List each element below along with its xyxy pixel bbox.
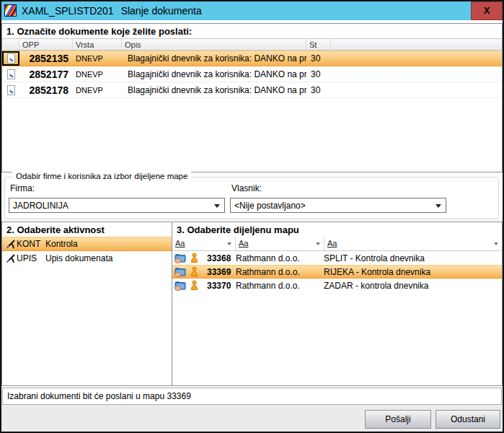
activity-icon [4,253,17,264]
cell-st: 30 [306,85,331,95]
cell-vrsta: DNEVP [73,54,122,63]
map-description: ZADAR - kontrola dnevnika [324,281,502,291]
firma-combobox[interactable]: JADROLINIJA [9,198,225,213]
map-id: 33370 [207,281,236,291]
firma-label: Firma: [10,183,35,193]
cancel-button[interactable]: Odustani [436,410,500,429]
cell-opp: 2852178 [19,84,73,96]
table-row[interactable]: 2852135 DNEVP Blagajnički dnevnik za kor… [2,51,502,66]
activity-icon [4,239,17,250]
document-icon [7,69,15,79]
cell-vrsta: DNEVP [73,70,122,79]
cell-opp: 2852177 [19,69,73,80]
title-bar[interactable]: XAML_SPLISTD201Slanje dokumenta X [1,1,503,20]
filter-cell[interactable]: Aa [324,237,502,250]
button-bar: Pošalji Odustani [1,405,503,432]
cell-opis: Blagajnički dnevnik za korisnika: DANKO … [122,85,306,95]
filter-cell[interactable]: Aa [236,237,324,250]
cell-st: 30 [306,69,331,79]
chevron-down-icon [436,204,441,208]
map-firm: Rathmann d.o.o. [236,281,324,291]
activity-code: KONT [17,239,45,249]
dialog-window: XAML_SPLISTD201Slanje dokumenta X 1. Ozn… [0,0,504,433]
section2-heading: 2. Odaberite aktivnost [2,222,172,237]
documents-panel: 1. Označite dokumente koje želite poslat… [1,23,503,172]
cell-opis: Blagajnički dnevnik za korisnika: DANKO … [122,69,306,79]
column-header-opis[interactable]: Opis [122,39,306,50]
person-icon [190,266,201,277]
filter-aa-label: Aa [327,239,337,248]
document-icon [7,85,15,95]
filter-aa-label: Aa [175,239,185,248]
column-header-st[interactable]: St [306,39,331,50]
row-icon-cell[interactable] [2,82,19,97]
shared-folder-icon [174,266,186,277]
map-firm: Rathmann d.o.o. [236,253,324,263]
chevron-down-icon[interactable] [494,242,498,245]
shared-folder-icon [174,280,186,291]
map-description: RIJEKA - Kontrola dnevnika [324,267,502,277]
person-icon [190,253,201,263]
map-id: 33368 [207,253,236,263]
firma-value: JADROLINIJA [13,200,210,211]
window-title: XAML_SPLISTD201Slanje dokumenta [22,1,202,20]
activity-panel: 2. Odaberite aktivnost KONT Kontrola UPI… [1,222,172,386]
vlasnik-label: Vlasnik: [231,183,262,193]
column-header-opp[interactable]: OPP [19,39,73,50]
activity-label: Upis dokumenata [45,253,112,263]
table-row[interactable]: 33370 Rathmann d.o.o. ZADAR - kontrola d… [172,279,502,292]
groupbox-legend: Odabir firme i korisnika za izbor dijelj… [12,172,191,180]
shared-folder-icon [174,253,186,263]
vlasnik-combobox[interactable]: <Nije postavljano> [230,198,446,213]
activity-code: UPIS [17,253,45,263]
map-id: 33369 [207,267,236,277]
filter-cell[interactable]: Aa [172,237,236,250]
column-header-filler [331,39,502,50]
section1-heading: 1. Označite dokumente koje želite poslat… [2,24,502,38]
cell-st: 30 [306,53,331,64]
table-row[interactable]: 33369 Rathmann d.o.o. RIJEKA - Kontrola … [172,265,502,279]
window-title-code: XAML_SPLISTD201 [22,5,114,17]
send-button[interactable]: Pošalji [365,410,431,429]
list-item[interactable]: UPIS Upis dokumenata [2,251,172,266]
chevron-down-icon[interactable] [227,242,231,245]
app-icon [4,4,17,17]
section3-heading: 3. Odaberite dijeljenu mapu [172,222,502,237]
chevron-down-icon [214,204,220,208]
status-bar: Izabrani dokumenti bit će poslani u mapu… [2,388,502,405]
document-icon [7,53,15,64]
table-row[interactable]: 33368 Rathmann d.o.o. SPLIT - Kontrola d… [172,251,502,265]
person-icon [190,280,201,291]
shared-map-panel: 3. Odaberite dijeljenu mapu Aa Aa Aa 333… [172,222,503,386]
map-description: SPLIT - Kontrola dnevnika [324,253,502,263]
row-focus-cell[interactable] [2,51,19,66]
column-header-vrsta[interactable]: Vrsta [73,39,122,50]
documents-grid-header: OPP Vrsta Opis St [2,38,502,51]
map-firm: Rathmann d.o.o. [236,267,324,277]
chevron-down-icon[interactable] [316,242,320,245]
filter-aa-label: Aa [239,239,248,248]
filter-row: Aa Aa Aa [172,237,502,251]
cell-opis: Blagajnički dnevnik za korisnika: DANKO … [122,53,306,64]
row-icon-cell[interactable] [2,66,19,82]
firm-owner-groupbox: Odabir firme i korisnika za izbor dijelj… [4,177,499,219]
close-button[interactable]: X [471,1,503,20]
table-row[interactable]: 2852177 DNEVP Blagajnički dnevnik za kor… [2,66,502,82]
vlasnik-value: <Nije postavljano> [234,200,431,211]
cell-vrsta: DNEVP [73,86,122,95]
column-header-icon[interactable] [2,39,19,50]
activity-label: Kontrola [45,239,78,249]
cell-opp: 2852135 [19,53,73,64]
table-row[interactable]: 2852178 DNEVP Blagajnički dnevnik za kor… [2,82,502,98]
window-title-name: Slanje dokumenta [121,5,202,17]
list-item[interactable]: KONT Kontrola [2,237,172,251]
